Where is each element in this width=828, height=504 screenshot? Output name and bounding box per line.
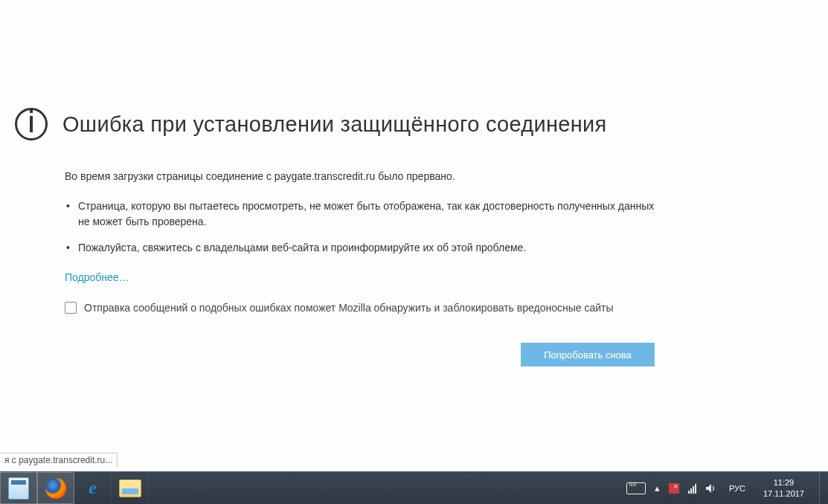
network-icon[interactable]	[688, 483, 696, 494]
report-row: Отправка сообщений о подобных ошибках по…	[65, 300, 655, 316]
error-bullet: Пожалуйста, свяжитесь с владельцами веб-…	[65, 240, 655, 256]
taskbar-firefox[interactable]	[37, 472, 74, 504]
learn-more-link[interactable]: Подробнее…	[65, 271, 129, 283]
action-center-icon[interactable]	[669, 483, 679, 494]
info-icon	[15, 108, 48, 140]
error-body: Во время загрузки страницы соединение с …	[15, 170, 655, 316]
folder-icon	[119, 479, 141, 497]
clock-date: 17.11.2017	[763, 488, 804, 499]
tray-chevron-icon[interactable]: ▴	[655, 482, 660, 494]
keyboard-icon[interactable]	[626, 482, 646, 494]
button-row: Попробовать снова	[15, 343, 655, 366]
taskbar-ie[interactable]: e	[74, 472, 112, 504]
status-tooltip: я с paygate.transcredit.ru...	[0, 453, 118, 467]
error-bullet-list: Страница, которую вы пытаетесь просмотре…	[65, 198, 655, 256]
calculator-icon	[8, 477, 29, 500]
taskbar: e ▴ РУС 11:29 17.11.2017	[0, 471, 828, 504]
report-label: Отправка сообщений о подобных ошибках по…	[84, 300, 613, 316]
clock-time: 11:29	[763, 477, 804, 488]
error-title: Ошибка при установлении защищённого соед…	[62, 112, 607, 137]
show-desktop-button[interactable]	[819, 472, 827, 504]
taskbar-apps: e	[0, 472, 149, 504]
taskbar-clock[interactable]: 11:29 17.11.2017	[757, 477, 810, 499]
error-page: Ошибка при установлении защищённого соед…	[0, 0, 828, 366]
system-tray: ▴ РУС 11:29 17.11.2017	[626, 472, 828, 504]
taskbar-calculator[interactable]	[0, 472, 37, 504]
error-header: Ошибка при установлении защищённого соед…	[15, 108, 828, 140]
firefox-icon	[45, 478, 66, 499]
language-indicator[interactable]: РУС	[726, 481, 748, 496]
ie-icon: e	[83, 478, 103, 499]
volume-icon[interactable]	[705, 483, 717, 494]
report-checkbox[interactable]	[65, 302, 77, 314]
error-bullet: Страница, которую вы пытаетесь просмотре…	[65, 198, 655, 230]
try-again-button[interactable]: Попробовать снова	[521, 343, 655, 366]
error-intro: Во время загрузки страницы соединение с …	[65, 170, 655, 182]
taskbar-explorer[interactable]	[112, 472, 149, 504]
